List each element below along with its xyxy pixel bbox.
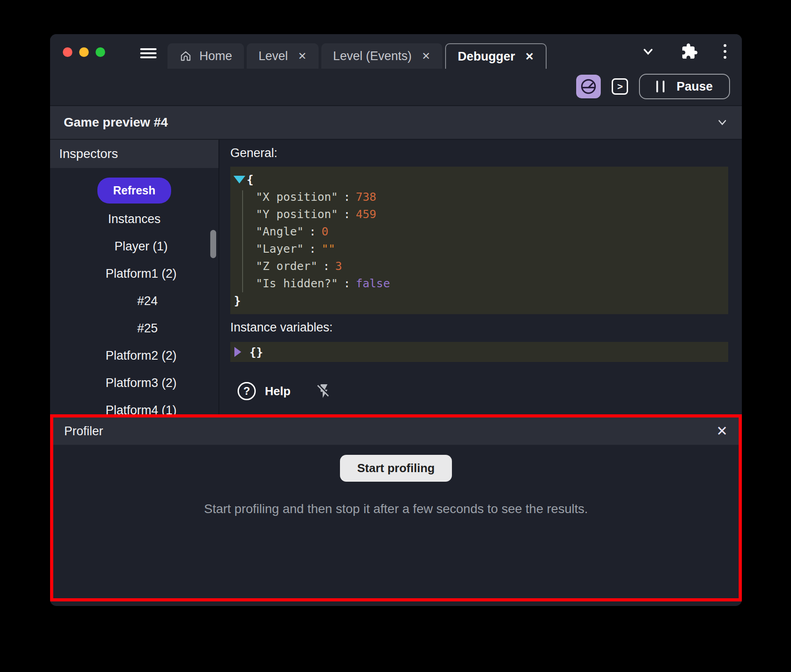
general-json-view: { "X position":738 "Y position":459 "Ang… (230, 167, 728, 314)
tab-debugger[interactable]: Debugger ✕ (445, 43, 547, 69)
zoom-window-button[interactable] (96, 47, 105, 57)
tab-label: Level (259, 49, 288, 63)
general-section-label: General: (230, 146, 742, 160)
extensions-puzzle-icon[interactable] (681, 43, 698, 60)
inspectors-header: Inspectors (50, 140, 218, 168)
chevron-down-icon[interactable] (716, 117, 728, 128)
profiler-body: Start profiling Start profiling and then… (53, 445, 739, 516)
traffic-lights (63, 47, 105, 57)
profiler-panel: Profiler ✕ Start profiling Start profili… (50, 414, 742, 601)
instance-variables-view: {} (230, 342, 728, 362)
sidebar-item-instance-25[interactable]: #25 (50, 315, 218, 342)
refresh-button[interactable]: Refresh (97, 178, 171, 204)
sidebar-item-player[interactable]: Player (1) (50, 233, 218, 260)
help-link[interactable]: Help (265, 384, 290, 398)
pause-icon (656, 81, 664, 92)
json-root-close-row: } (230, 292, 728, 310)
indent-guide-line (242, 190, 243, 292)
json-row-y-position: "Y position":459 (230, 206, 728, 223)
home-icon (179, 50, 192, 62)
sidebar-item-platform2[interactable]: Platform2 (2) (50, 342, 218, 369)
inspectors-list: Refresh Instances Player (1) Platform1 (… (50, 168, 218, 414)
sidebar-item-instances[interactable]: Instances (50, 205, 218, 233)
json-row-is-hidden: "Is hidden?":false (230, 275, 728, 292)
profiler-header: Profiler ✕ (53, 417, 739, 445)
tab-label: Level (Events) (333, 49, 412, 63)
close-window-button[interactable] (63, 47, 72, 57)
tab-home[interactable]: Home (167, 43, 244, 69)
json-row-z-order: "Z order":3 (230, 258, 728, 275)
sidebar-item-platform3[interactable]: Platform3 (2) (50, 369, 218, 397)
json-row-layer: "Layer":"" (230, 240, 728, 258)
profiler-toggle-button[interactable] (576, 75, 601, 98)
json-row-angle: "Angle":0 (230, 223, 728, 240)
open-brace: { (247, 173, 254, 186)
app-window: Home Level ✕ Level (Events) ✕ Debugger ✕ (50, 34, 742, 606)
inspector-panel: General: { "X position":738 "Y position"… (219, 140, 742, 414)
minimize-window-button[interactable] (79, 47, 89, 57)
sidebar-item-platform1[interactable]: Platform1 (2) (50, 260, 218, 287)
profiler-gauge-icon (580, 78, 597, 95)
titlebar: Home Level ✕ Level (Events) ✕ Debugger ✕ (50, 34, 742, 69)
game-preview-dropdown[interactable]: Game preview #4 (50, 105, 742, 140)
tab-level[interactable]: Level ✕ (247, 43, 319, 69)
chevron-down-icon[interactable] (641, 44, 655, 59)
close-icon[interactable]: ✕ (525, 51, 534, 63)
profiler-description: Start profiling and then stop it after a… (204, 502, 588, 516)
json-root-row: { (230, 171, 728, 188)
titlebar-actions (641, 34, 726, 69)
tab-level-events[interactable]: Level (Events) ✕ (321, 43, 442, 69)
close-brace: } (234, 294, 241, 307)
help-row: ? Help (230, 382, 742, 400)
instance-variables-value: {} (249, 346, 263, 359)
help-icon[interactable]: ? (238, 382, 256, 400)
console-chevron-glyph: > (617, 81, 623, 92)
tab-bar: Home Level ✕ Level (Events) ✕ Debugger ✕ (167, 43, 547, 69)
pause-label: Pause (676, 80, 713, 94)
json-row-x-position: "X position":738 (230, 188, 728, 206)
collapse-arrow-icon[interactable] (233, 176, 245, 183)
pause-button[interactable]: Pause (639, 74, 730, 99)
inspectors-sidebar: Inspectors Refresh Instances Player (1) … (50, 140, 219, 414)
tab-label: Home (199, 49, 232, 63)
close-icon[interactable]: ✕ (716, 424, 728, 438)
sidebar-scrollbar[interactable] (210, 230, 216, 258)
debugger-content: Inspectors Refresh Instances Player (1) … (50, 140, 742, 414)
more-options-icon[interactable] (724, 44, 726, 59)
sidebar-item-instance-24[interactable]: #24 (50, 287, 218, 315)
console-button[interactable]: > (612, 78, 628, 95)
menu-icon[interactable] (140, 46, 157, 61)
sidebar-item-platform4[interactable]: Platform4 (1) (50, 397, 218, 414)
start-profiling-button[interactable]: Start profiling (340, 455, 452, 482)
tab-label: Debugger (458, 50, 515, 64)
expand-arrow-icon[interactable] (234, 347, 241, 357)
profiler-title: Profiler (64, 424, 103, 438)
close-icon[interactable]: ✕ (421, 50, 430, 62)
flash-off-icon[interactable] (316, 383, 332, 399)
instance-variables-label: Instance variables: (230, 321, 742, 335)
debugger-toolbar: > Pause (50, 69, 742, 105)
close-icon[interactable]: ✕ (298, 50, 307, 62)
game-preview-title: Game preview #4 (64, 115, 168, 130)
